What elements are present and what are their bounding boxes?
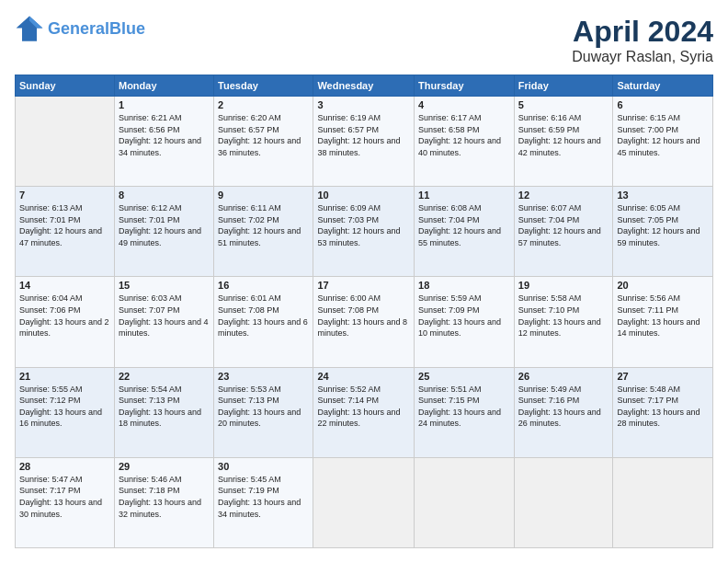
day-cell-1-2: 1Sunrise: 6:21 AM Sunset: 6:56 PM Daylig… [114, 97, 213, 187]
day-info: Sunrise: 6:09 AM Sunset: 7:03 PM Dayligh… [317, 202, 410, 248]
day-number: 25 [418, 371, 510, 382]
day-info: Sunrise: 6:05 AM Sunset: 7:05 PM Dayligh… [617, 202, 709, 248]
day-number: 6 [617, 99, 709, 110]
day-info: Sunrise: 5:54 AM Sunset: 7:13 PM Dayligh… [119, 384, 210, 430]
header-day-thursday: Thursday [415, 75, 515, 97]
logo-icon [15, 15, 44, 44]
day-info: Sunrise: 5:52 AM Sunset: 7:14 PM Dayligh… [317, 384, 410, 430]
day-info: Sunrise: 5:53 AM Sunset: 7:13 PM Dayligh… [218, 384, 309, 430]
day-info: Sunrise: 6:16 AM Sunset: 6:59 PM Dayligh… [518, 112, 609, 158]
day-info: Sunrise: 6:21 AM Sunset: 6:56 PM Dayligh… [119, 112, 210, 158]
day-cell-2-3: 9Sunrise: 6:11 AM Sunset: 7:02 PM Daylig… [214, 187, 313, 277]
day-cell-2-5: 11Sunrise: 6:08 AM Sunset: 7:04 PM Dayli… [415, 187, 515, 277]
day-info: Sunrise: 5:48 AM Sunset: 7:17 PM Dayligh… [617, 384, 709, 430]
day-cell-4-6: 26Sunrise: 5:49 AM Sunset: 7:16 PM Dayli… [514, 367, 613, 457]
day-cell-1-7: 6Sunrise: 6:15 AM Sunset: 7:00 PM Daylig… [613, 97, 713, 187]
week-row-2: 7Sunrise: 6:13 AM Sunset: 7:01 PM Daylig… [16, 187, 713, 277]
day-info: Sunrise: 6:08 AM Sunset: 7:04 PM Dayligh… [418, 202, 510, 248]
day-number: 16 [218, 280, 309, 291]
day-number: 17 [317, 280, 410, 291]
day-cell-5-2: 29Sunrise: 5:46 AM Sunset: 7:18 PM Dayli… [114, 457, 213, 547]
header-day-sunday: Sunday [16, 75, 115, 97]
day-info: Sunrise: 6:04 AM Sunset: 7:06 PM Dayligh… [19, 293, 110, 339]
day-number: 7 [19, 190, 110, 201]
day-number: 1 [119, 99, 210, 110]
day-number: 19 [518, 280, 609, 291]
day-cell-2-2: 8Sunrise: 6:12 AM Sunset: 7:01 PM Daylig… [114, 187, 213, 277]
day-number: 21 [19, 371, 110, 382]
day-number: 12 [518, 190, 609, 201]
day-cell-5-4 [313, 457, 415, 547]
day-cell-1-6: 5Sunrise: 6:16 AM Sunset: 6:59 PM Daylig… [514, 97, 613, 187]
header-day-friday: Friday [514, 75, 613, 97]
day-number: 10 [317, 190, 410, 201]
day-cell-4-7: 27Sunrise: 5:48 AM Sunset: 7:17 PM Dayli… [613, 367, 713, 457]
week-row-1: 1Sunrise: 6:21 AM Sunset: 6:56 PM Daylig… [16, 97, 713, 187]
day-number: 3 [317, 99, 410, 110]
header-day-saturday: Saturday [613, 75, 713, 97]
day-cell-3-2: 15Sunrise: 6:03 AM Sunset: 7:07 PM Dayli… [114, 277, 213, 367]
day-number: 5 [518, 99, 609, 110]
day-cell-5-5 [415, 457, 515, 547]
day-cell-2-1: 7Sunrise: 6:13 AM Sunset: 7:01 PM Daylig… [16, 187, 115, 277]
header-day-wednesday: Wednesday [313, 75, 415, 97]
day-cell-4-2: 22Sunrise: 5:54 AM Sunset: 7:13 PM Dayli… [114, 367, 213, 457]
logo: GeneralBlue [15, 15, 145, 44]
week-row-5: 28Sunrise: 5:47 AM Sunset: 7:17 PM Dayli… [16, 457, 713, 547]
day-cell-4-3: 23Sunrise: 5:53 AM Sunset: 7:13 PM Dayli… [214, 367, 313, 457]
day-cell-1-1 [16, 97, 115, 187]
day-number: 15 [119, 280, 210, 291]
day-info: Sunrise: 5:47 AM Sunset: 7:17 PM Dayligh… [19, 474, 110, 520]
day-info: Sunrise: 6:12 AM Sunset: 7:01 PM Dayligh… [119, 202, 210, 248]
day-number: 2 [218, 99, 309, 110]
title-block: April 2024 Duwayr Raslan, Syria [572, 15, 713, 65]
day-cell-4-4: 24Sunrise: 5:52 AM Sunset: 7:14 PM Dayli… [313, 367, 415, 457]
day-cell-5-1: 28Sunrise: 5:47 AM Sunset: 7:17 PM Dayli… [16, 457, 115, 547]
day-cell-3-3: 16Sunrise: 6:01 AM Sunset: 7:08 PM Dayli… [214, 277, 313, 367]
day-number: 30 [218, 461, 309, 472]
day-info: Sunrise: 6:19 AM Sunset: 6:57 PM Dayligh… [317, 112, 410, 158]
day-number: 11 [418, 190, 510, 201]
day-info: Sunrise: 5:58 AM Sunset: 7:10 PM Dayligh… [518, 293, 609, 339]
day-number: 23 [218, 371, 309, 382]
day-number: 28 [19, 461, 110, 472]
day-number: 18 [418, 280, 510, 291]
header-row: SundayMondayTuesdayWednesdayThursdayFrid… [16, 75, 713, 97]
day-info: Sunrise: 6:15 AM Sunset: 7:00 PM Dayligh… [617, 112, 709, 158]
day-cell-3-4: 17Sunrise: 6:00 AM Sunset: 7:08 PM Dayli… [313, 277, 415, 367]
day-cell-2-6: 12Sunrise: 6:07 AM Sunset: 7:04 PM Dayli… [514, 187, 613, 277]
day-number: 29 [119, 461, 210, 472]
day-cell-3-1: 14Sunrise: 6:04 AM Sunset: 7:06 PM Dayli… [16, 277, 115, 367]
day-cell-5-7 [613, 457, 713, 547]
day-info: Sunrise: 6:00 AM Sunset: 7:08 PM Dayligh… [317, 293, 410, 339]
day-number: 26 [518, 371, 609, 382]
week-row-4: 21Sunrise: 5:55 AM Sunset: 7:12 PM Dayli… [16, 367, 713, 457]
day-number: 8 [119, 190, 210, 201]
day-cell-1-3: 2Sunrise: 6:20 AM Sunset: 6:57 PM Daylig… [214, 97, 313, 187]
day-info: Sunrise: 6:13 AM Sunset: 7:01 PM Dayligh… [19, 202, 110, 248]
day-info: Sunrise: 5:55 AM Sunset: 7:12 PM Dayligh… [19, 384, 110, 430]
day-info: Sunrise: 6:11 AM Sunset: 7:02 PM Dayligh… [218, 202, 309, 248]
calendar-table: SundayMondayTuesdayWednesdayThursdayFrid… [15, 75, 713, 548]
logo-line1: General [48, 19, 109, 38]
day-number: 24 [317, 371, 410, 382]
day-number: 27 [617, 371, 709, 382]
day-cell-1-5: 4Sunrise: 6:17 AM Sunset: 6:58 PM Daylig… [415, 97, 515, 187]
day-cell-1-4: 3Sunrise: 6:19 AM Sunset: 6:57 PM Daylig… [313, 97, 415, 187]
day-info: Sunrise: 6:07 AM Sunset: 7:04 PM Dayligh… [518, 202, 609, 248]
page: GeneralBlue April 2024 Duwayr Raslan, Sy… [0, 0, 728, 563]
day-cell-4-5: 25Sunrise: 5:51 AM Sunset: 7:15 PM Dayli… [415, 367, 515, 457]
day-number: 20 [617, 280, 709, 291]
day-info: Sunrise: 5:59 AM Sunset: 7:09 PM Dayligh… [418, 293, 510, 339]
day-cell-3-5: 18Sunrise: 5:59 AM Sunset: 7:09 PM Dayli… [415, 277, 515, 367]
location-title: Duwayr Raslan, Syria [572, 49, 713, 65]
day-info: Sunrise: 5:49 AM Sunset: 7:16 PM Dayligh… [518, 384, 609, 430]
logo-text: GeneralBlue [48, 20, 145, 39]
day-info: Sunrise: 6:01 AM Sunset: 7:08 PM Dayligh… [218, 293, 309, 339]
week-row-3: 14Sunrise: 6:04 AM Sunset: 7:06 PM Dayli… [16, 277, 713, 367]
day-info: Sunrise: 5:51 AM Sunset: 7:15 PM Dayligh… [418, 384, 510, 430]
logo-line2: Blue [109, 19, 145, 38]
day-cell-5-3: 30Sunrise: 5:45 AM Sunset: 7:19 PM Dayli… [214, 457, 313, 547]
day-info: Sunrise: 5:46 AM Sunset: 7:18 PM Dayligh… [119, 474, 210, 520]
day-info: Sunrise: 6:17 AM Sunset: 6:58 PM Dayligh… [418, 112, 510, 158]
